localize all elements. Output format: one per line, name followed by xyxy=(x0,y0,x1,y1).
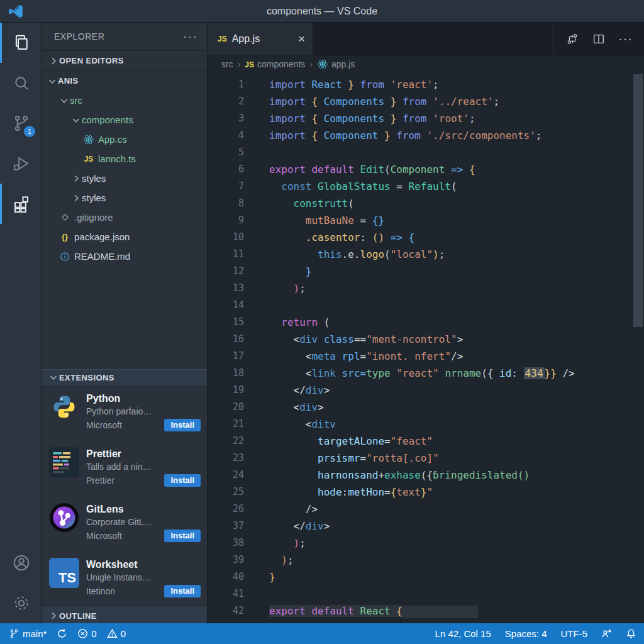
compare-changes-icon[interactable] xyxy=(565,32,579,46)
status-error[interactable]: 0 xyxy=(77,628,96,639)
chevron-right-icon xyxy=(70,174,82,184)
diamond-icon xyxy=(58,213,71,222)
install-button[interactable]: Install xyxy=(164,585,201,597)
extension-worksheet[interactable]: TS Worksheet Unigle Instans… Itetinon In… xyxy=(42,551,207,606)
install-button[interactable]: Install xyxy=(164,419,201,431)
prettier-icon xyxy=(49,447,79,477)
code-line-37[interactable]: 37 </div> xyxy=(208,518,644,535)
code-line-23[interactable]: 23 prsismr="rotta[.co]" xyxy=(208,450,644,467)
explorer-more-actions-icon[interactable]: ··· xyxy=(183,30,198,43)
code-line-8[interactable]: 8 construtt( xyxy=(208,195,644,212)
code-line-4[interactable]: 4 import { Component } from './src/compo… xyxy=(208,127,644,144)
more-actions-icon[interactable]: ··· xyxy=(618,31,633,46)
activity-run-debug[interactable] xyxy=(0,143,41,184)
code-line-25[interactable]: 25 hode:metHon={text}" xyxy=(208,484,644,501)
react-icon xyxy=(317,58,328,70)
tree-item-readme-md[interactable]: README.md xyxy=(42,247,207,266)
extension-prettier[interactable]: Prettier Talls add a nin… Prettier Insta… xyxy=(42,440,207,496)
code-line-17[interactable]: 17 <meta rpl="inont. nfert"/> xyxy=(208,348,644,365)
code-line-9[interactable]: 9 mutBauNe = {} xyxy=(208,212,644,229)
code-line-24[interactable]: 24 harnonsand+exhase({ɓringedislated() xyxy=(208,467,644,484)
split-editor-icon[interactable] xyxy=(592,32,606,46)
line-number: 26 xyxy=(208,501,244,518)
code-line-40[interactable]: 40 } xyxy=(208,569,644,586)
status-bell[interactable] xyxy=(626,628,636,639)
python-icon xyxy=(50,393,78,421)
status-branch[interactable]: main* xyxy=(9,628,47,639)
code-line-2[interactable]: 2 import { Components } from '../react'; xyxy=(208,93,644,110)
tab-app-js[interactable]: JS App.js × xyxy=(208,23,313,55)
chevron-down-icon xyxy=(47,76,58,86)
install-button[interactable]: Install xyxy=(164,530,201,542)
line-number: 37 xyxy=(208,518,244,535)
tab-label: App.js xyxy=(232,33,260,45)
gitlens-icon xyxy=(50,503,79,532)
activity-explorer[interactable] xyxy=(0,23,41,63)
vscode-logo-icon xyxy=(8,3,24,19)
code-line-39[interactable]: 39 ); xyxy=(208,552,644,569)
code-line-3[interactable]: 3 import { Components } from 'root'; xyxy=(208,110,644,127)
code-line-41[interactable]: 41 xyxy=(208,586,644,602)
extension-description: Talls add a nin… xyxy=(86,460,201,473)
activity-account[interactable] xyxy=(0,543,41,583)
tree-item-styles[interactable]: styles xyxy=(42,169,207,188)
activity-source-control[interactable]: 1 xyxy=(0,103,41,143)
extension-publisher: Microsoft xyxy=(86,531,164,541)
scrollbar-thumb[interactable] xyxy=(633,74,643,327)
status-ln-42-col-15[interactable]: Ln 42, Col 15 xyxy=(435,628,491,639)
breadcrumb-components[interactable]: JScomponents xyxy=(245,59,305,69)
open-editors-section[interactable]: OPEN EDITORS xyxy=(42,50,207,71)
code-line-22[interactable]: 22 targetALone="feact" xyxy=(208,433,644,450)
code-line-14[interactable]: 14 xyxy=(208,297,644,314)
breadcrumb: src›JScomponents›app.js xyxy=(208,55,644,73)
code-line-16[interactable]: 16 <div class=="ment-ncontrol"> xyxy=(208,331,644,348)
extension-publisher: Microsoft xyxy=(86,420,164,430)
code-line-5[interactable]: 5 xyxy=(208,144,644,161)
tree-item-app-cs[interactable]: App.cs xyxy=(42,130,207,149)
code-line-11[interactable]: 11 this.e.logo("local"); xyxy=(208,246,644,263)
code-line-12[interactable]: 12 } xyxy=(208,263,644,280)
status-spaces-4[interactable]: Spaces: 4 xyxy=(505,628,547,639)
code-area[interactable]: 1 import React } from 'react'; 2 import … xyxy=(208,73,644,623)
code-line-18[interactable]: 18 <link src=type "react" nrname({ id: 4… xyxy=(208,365,644,382)
tree-item-components[interactable]: components xyxy=(42,110,207,130)
extension-python[interactable]: Python Python parfaio… Microsoft Install xyxy=(42,385,207,440)
tree-item-styles[interactable]: styles xyxy=(42,188,207,208)
outline-section-header[interactable]: OUTLINE xyxy=(42,608,207,623)
status-feedback[interactable] xyxy=(601,628,612,639)
code-line-15[interactable]: 15 return ( xyxy=(208,314,644,331)
code-line-7[interactable]: 7 const GlobalStatus = Refault( xyxy=(208,178,644,195)
code-line-26[interactable]: 26 /> xyxy=(208,501,644,518)
line-number: 15 xyxy=(208,314,244,331)
tree-item-src[interactable]: src xyxy=(42,91,207,110)
extensions-section-header[interactable]: EXTENSIONS xyxy=(42,369,207,385)
code-line-10[interactable]: 10 .casentor: () => { xyxy=(208,229,644,246)
tree-item-lannch-ts[interactable]: JSlannch.ts xyxy=(42,149,207,169)
install-button[interactable]: Install xyxy=(164,474,201,487)
extension-gitlens[interactable]: GitLens Corporate GitL… Microsoft Instal… xyxy=(42,496,207,551)
activity-extensions[interactable] xyxy=(0,184,41,224)
status-utf-5[interactable]: UTF-5 xyxy=(561,628,588,639)
status-warning[interactable]: 0 xyxy=(107,628,126,639)
tree-item-package-json[interactable]: {}package.json xyxy=(42,227,207,247)
tree-item-anis[interactable]: ANIS xyxy=(42,71,207,91)
code-line-38[interactable]: 38 ); xyxy=(208,535,644,552)
extension-description: Corporate GitL… xyxy=(86,516,201,528)
chevron-down-icon xyxy=(58,96,70,106)
code-line-21[interactable]: 21 <ditv xyxy=(208,416,644,433)
breadcrumb-src[interactable]: src xyxy=(221,59,233,69)
code-line-42[interactable]: 42 export default React { xyxy=(208,602,644,619)
status-bar-right: Ln 42, Col 15Spaces: 4UTF-5 xyxy=(435,628,636,639)
close-tab-icon[interactable]: × xyxy=(298,32,305,46)
code-line-6[interactable]: 6 export default Edit(Component => { xyxy=(208,161,644,178)
code-line-1[interactable]: 1 import React } from 'react'; xyxy=(208,76,644,93)
line-number: 42 xyxy=(208,602,244,619)
code-line-20[interactable]: 20 <div> xyxy=(208,399,644,416)
tree-item--gitignore[interactable]: .gitignore xyxy=(42,208,207,227)
breadcrumb-app.js[interactable]: app.js xyxy=(317,58,355,70)
activity-settings[interactable] xyxy=(0,583,41,623)
activity-search[interactable] xyxy=(0,63,41,103)
status-sync[interactable] xyxy=(57,628,67,639)
code-line-19[interactable]: 19 </div> xyxy=(208,382,644,399)
code-line-13[interactable]: 13 ); xyxy=(208,280,644,297)
